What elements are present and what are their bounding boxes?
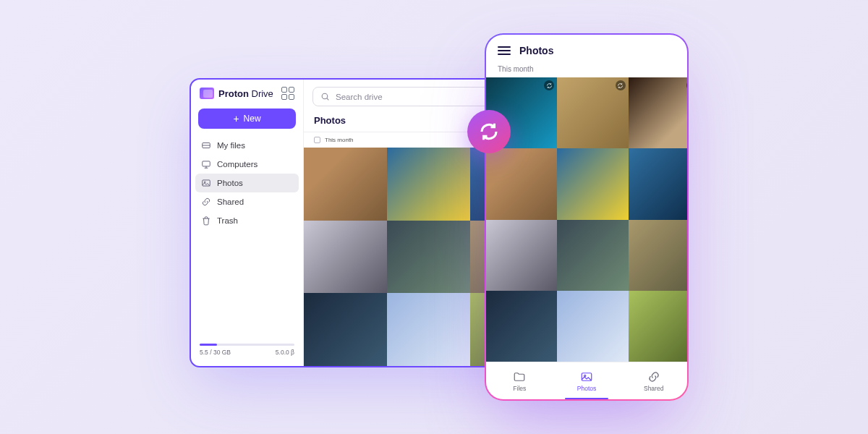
sidebar-item-photos[interactable]: Photos xyxy=(195,174,299,192)
mobile-device: Photos This month Files xyxy=(485,33,689,401)
menu-icon[interactable] xyxy=(498,46,511,55)
apps-grid-icon[interactable] xyxy=(281,87,294,100)
photo-thumb[interactable] xyxy=(557,77,628,148)
mobile-title: Photos xyxy=(519,45,553,56)
photo-thumb[interactable] xyxy=(387,221,470,294)
mobile-subtitle: This month xyxy=(486,64,687,77)
photo-thumb[interactable] xyxy=(486,291,557,362)
photo-thumb[interactable] xyxy=(304,293,387,366)
search-icon xyxy=(320,92,330,101)
sync-status-icon xyxy=(686,80,687,90)
sidebar-item-label: Computers xyxy=(217,160,258,169)
brand-logo-icon xyxy=(200,88,214,99)
link-icon xyxy=(647,370,660,383)
storage-version: 5.0.0 β xyxy=(276,349,294,356)
sidebar-item-label: Shared xyxy=(217,197,244,206)
tab-shared[interactable]: Shared xyxy=(620,362,687,399)
search-placeholder: Search drive xyxy=(336,93,383,101)
mobile-header: Photos xyxy=(486,35,687,64)
photo-thumb[interactable] xyxy=(387,148,470,221)
brand-thin: Drive xyxy=(252,88,273,99)
photo-icon xyxy=(580,370,593,383)
sidebar-item-shared[interactable]: Shared xyxy=(195,192,299,211)
link-icon xyxy=(201,197,211,207)
photo-thumb[interactable] xyxy=(557,291,628,362)
sidebar-item-trash[interactable]: Trash xyxy=(195,211,299,230)
tab-files[interactable]: Files xyxy=(486,362,553,399)
photo-thumb[interactable] xyxy=(557,220,628,291)
photo-thumb[interactable] xyxy=(486,220,557,291)
sidebar-nav: My files Computers Photos Shared Trash xyxy=(191,136,303,230)
drive-icon xyxy=(201,140,211,150)
sync-status-icon xyxy=(544,80,554,90)
checkbox-icon[interactable] xyxy=(314,137,320,143)
section-subtitle: This month xyxy=(325,137,354,143)
trash-icon xyxy=(201,216,211,226)
photo-thumb[interactable] xyxy=(304,148,387,221)
mobile-photo-grid xyxy=(486,77,687,362)
new-button[interactable]: + New xyxy=(198,109,296,129)
tab-label: Shared xyxy=(644,385,663,392)
brand-text: Proton Drive xyxy=(218,88,273,99)
new-button-label: New xyxy=(244,114,261,124)
sync-badge-icon xyxy=(467,110,511,153)
photo-thumb[interactable] xyxy=(486,148,557,219)
storage-meter: 5.5 / 30 GB 5.0.0 β xyxy=(191,336,303,366)
tab-label: Files xyxy=(513,385,526,392)
brand-row: Proton Drive xyxy=(191,80,303,106)
photo-thumb[interactable] xyxy=(629,220,688,291)
svg-point-4 xyxy=(322,93,328,99)
sidebar: Proton Drive + New My files Computers xyxy=(191,80,304,366)
brand-bold: Proton xyxy=(218,88,249,99)
photo-thumb[interactable] xyxy=(629,148,688,219)
folder-icon xyxy=(513,370,526,383)
sidebar-item-label: Photos xyxy=(217,179,243,187)
photo-thumb[interactable] xyxy=(629,291,688,362)
tab-photos[interactable]: Photos xyxy=(553,362,621,399)
sidebar-item-label: My files xyxy=(217,141,245,150)
storage-text: 5.5 / 30 GB xyxy=(200,349,231,356)
storage-bar xyxy=(200,344,294,346)
photo-icon xyxy=(201,178,211,188)
computer-icon xyxy=(201,159,211,169)
sidebar-item-computers[interactable]: Computers xyxy=(195,155,299,174)
photo-thumb[interactable] xyxy=(557,148,628,219)
sidebar-item-label: Trash xyxy=(217,216,238,225)
sync-status-icon xyxy=(616,80,626,90)
photo-thumb[interactable] xyxy=(387,293,470,366)
photo-thumb[interactable] xyxy=(629,77,688,148)
svg-rect-1 xyxy=(203,161,210,166)
photo-thumb[interactable] xyxy=(304,221,387,294)
sidebar-item-my-files[interactable]: My files xyxy=(195,136,299,155)
tab-label: Photos xyxy=(577,385,596,392)
mobile-tabbar: Files Photos Shared xyxy=(486,362,687,399)
